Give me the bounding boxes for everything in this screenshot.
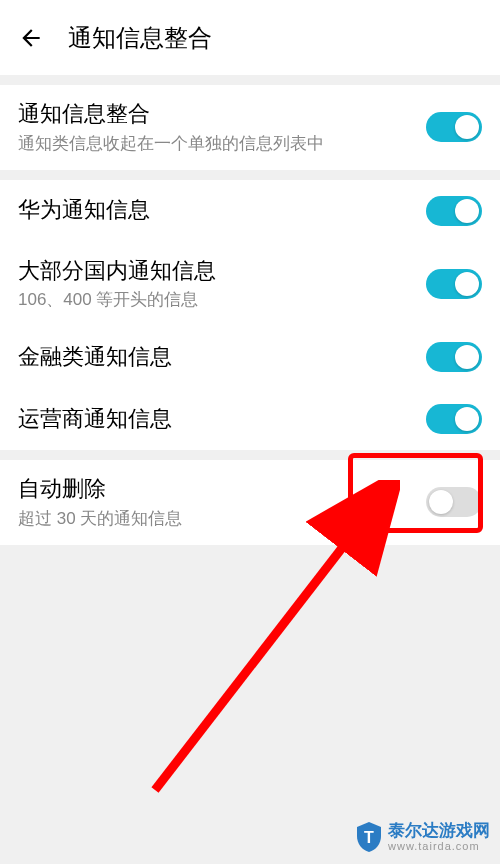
watermark-text-block: 泰尔达游戏网 www.tairda.com xyxy=(388,822,490,853)
row-text: 自动删除 超过 30 天的通知信息 xyxy=(18,474,414,531)
arrow-left-icon xyxy=(18,25,44,51)
section-categories: 华为通知信息 大部分国内通知信息 106、400 等开头的信息 金融类通知信息 … xyxy=(0,180,500,451)
page-title: 通知信息整合 xyxy=(68,22,212,54)
toggle-huawei[interactable] xyxy=(426,196,482,226)
row-text: 大部分国内通知信息 106、400 等开头的信息 xyxy=(18,256,414,313)
watermark-text: 泰尔达游戏网 xyxy=(388,822,490,841)
back-button[interactable] xyxy=(16,23,46,53)
watermark: T 泰尔达游戏网 www.tairda.com xyxy=(354,820,490,854)
row-title: 自动删除 xyxy=(18,474,414,505)
row-domestic[interactable]: 大部分国内通知信息 106、400 等开头的信息 xyxy=(0,242,500,327)
row-title: 运营商通知信息 xyxy=(18,404,414,435)
row-title: 华为通知信息 xyxy=(18,195,414,226)
row-subtitle: 通知类信息收起在一个单独的信息列表中 xyxy=(18,132,414,156)
row-title: 大部分国内通知信息 xyxy=(18,256,414,287)
row-text: 金融类通知信息 xyxy=(18,342,414,373)
section-main-toggle: 通知信息整合 通知类信息收起在一个单独的信息列表中 xyxy=(0,85,500,170)
svg-line-1 xyxy=(155,535,352,790)
toggle-domestic[interactable] xyxy=(426,269,482,299)
row-title: 通知信息整合 xyxy=(18,99,414,130)
toggle-carrier[interactable] xyxy=(426,404,482,434)
toggle-auto-delete[interactable] xyxy=(426,487,482,517)
row-financial[interactable]: 金融类通知信息 xyxy=(0,326,500,388)
row-text: 华为通知信息 xyxy=(18,195,414,226)
row-auto-delete[interactable]: 自动删除 超过 30 天的通知信息 xyxy=(0,460,500,545)
row-subtitle: 106、400 等开头的信息 xyxy=(18,288,414,312)
row-subtitle: 超过 30 天的通知信息 xyxy=(18,507,414,531)
row-text: 运营商通知信息 xyxy=(18,404,414,435)
toggle-notification-integration[interactable] xyxy=(426,112,482,142)
header: 通知信息整合 xyxy=(0,0,500,75)
row-notification-integration[interactable]: 通知信息整合 通知类信息收起在一个单独的信息列表中 xyxy=(0,85,500,170)
watermark-sub: www.tairda.com xyxy=(388,840,490,852)
section-auto-delete: 自动删除 超过 30 天的通知信息 xyxy=(0,460,500,545)
watermark-logo-icon: T xyxy=(354,820,384,854)
toggle-financial[interactable] xyxy=(426,342,482,372)
svg-text:T: T xyxy=(364,829,374,846)
row-huawei[interactable]: 华为通知信息 xyxy=(0,180,500,242)
row-text: 通知信息整合 通知类信息收起在一个单独的信息列表中 xyxy=(18,99,414,156)
row-title: 金融类通知信息 xyxy=(18,342,414,373)
row-carrier[interactable]: 运营商通知信息 xyxy=(0,388,500,450)
